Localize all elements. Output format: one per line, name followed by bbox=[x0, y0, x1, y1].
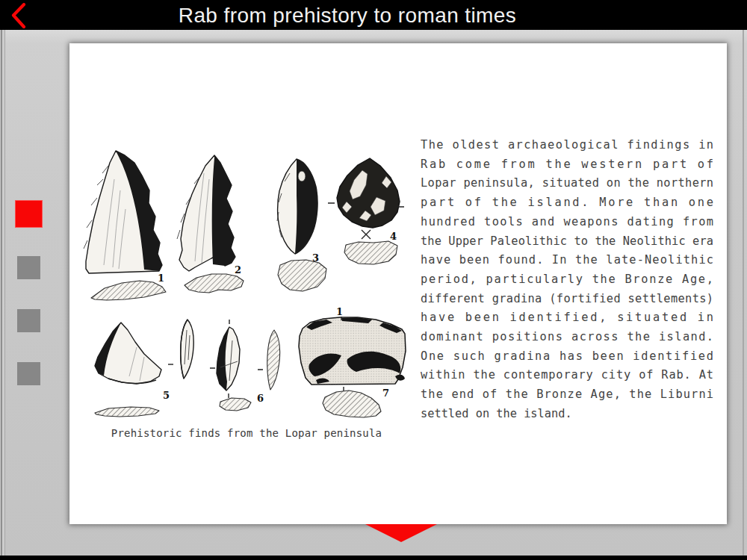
body-text-line: period, particularly the Bronze Age, bbox=[421, 270, 713, 290]
stone-tool-4: 4 bbox=[328, 158, 404, 264]
retouch-x-mark bbox=[362, 230, 371, 239]
flake-sliver-a bbox=[181, 320, 193, 379]
flake-sliver-b bbox=[267, 330, 280, 390]
sherd-top-label: 1 bbox=[336, 306, 343, 317]
slide-indicator-active[interactable] bbox=[15, 200, 43, 228]
body-text-line: different gradina (fortified settlements… bbox=[421, 290, 713, 309]
body-text-line: One such gradina has been identified bbox=[421, 347, 713, 367]
bottom-bar bbox=[0, 556, 747, 560]
body-text-line: part of the island. More than one bbox=[421, 193, 713, 213]
stone-tool-2: 2 bbox=[177, 155, 244, 293]
body-text-line: The oldest archaeological findings in bbox=[421, 136, 713, 155]
next-slide-button[interactable] bbox=[365, 524, 437, 542]
prehistoric-tools-illustration: 1 2 3 bbox=[78, 127, 415, 426]
tool-label-6: 6 bbox=[257, 393, 264, 404]
body-text-line: settled on the island. bbox=[421, 405, 713, 424]
cross-section-5 bbox=[95, 407, 159, 417]
tool-label-1: 1 bbox=[158, 273, 164, 284]
body-text-line: hundred tools and weapons dating from bbox=[421, 213, 713, 232]
stone-tool-3: 3 bbox=[277, 159, 326, 291]
triangle-down-icon bbox=[365, 524, 437, 542]
tool-label-5: 5 bbox=[163, 390, 170, 401]
body-text-line: have been found. In the late-Neolithic bbox=[421, 251, 713, 270]
figure-caption: Prehistoric finds from the Lopar peninsu… bbox=[78, 427, 415, 439]
slide-card: 1 2 3 bbox=[69, 43, 727, 524]
cross-section-6 bbox=[220, 398, 251, 411]
stone-tool-1: 1 bbox=[84, 151, 166, 300]
cross-section-3 bbox=[278, 260, 326, 291]
title-bar: Rab from prehistory to roman times bbox=[0, 0, 747, 30]
tool-label-4: 4 bbox=[390, 231, 397, 242]
pottery-sherd-7: 1 7 bbox=[299, 306, 406, 417]
slide-indicator-inactive[interactable] bbox=[17, 309, 40, 332]
figure-prehistoric-finds: 1 2 3 bbox=[78, 127, 415, 439]
slide-indicator-inactive[interactable] bbox=[17, 362, 40, 385]
body-text-line: the end of the Bronze Age, the Liburni bbox=[421, 385, 713, 405]
tool-label-7: 7 bbox=[382, 388, 389, 399]
body-text: The oldest archaeological findings inRab… bbox=[421, 136, 713, 424]
cross-section-1 bbox=[91, 281, 166, 300]
stone-tool-5: 5 bbox=[95, 320, 193, 417]
app-window: Rab from prehistory to roman times bbox=[0, 0, 747, 560]
body-text-line: Rab come from the western part of bbox=[421, 155, 713, 175]
stone-tool-6: 6 bbox=[210, 320, 280, 411]
body-text-line: within the contemporary city of Rab. At bbox=[421, 366, 713, 385]
slide-indicator-list bbox=[0, 187, 60, 415]
body-text-line: Lopar peninsula, situated on the norther… bbox=[421, 174, 713, 193]
slide-indicator-inactive[interactable] bbox=[17, 256, 40, 279]
right-edge-line bbox=[743, 30, 744, 556]
cross-section-2 bbox=[185, 274, 244, 293]
tool-label-2: 2 bbox=[235, 264, 241, 276]
body-text-line: dominant positions across the island. bbox=[421, 328, 713, 347]
page-title: Rab from prehistory to roman times bbox=[0, 0, 695, 30]
cross-section-4 bbox=[344, 241, 397, 264]
body-text-line: the Upper Paleolithic to the Neolithic e… bbox=[421, 232, 713, 252]
cross-section-7 bbox=[323, 391, 381, 417]
body-text-line: have been identified, situated in bbox=[421, 308, 713, 328]
